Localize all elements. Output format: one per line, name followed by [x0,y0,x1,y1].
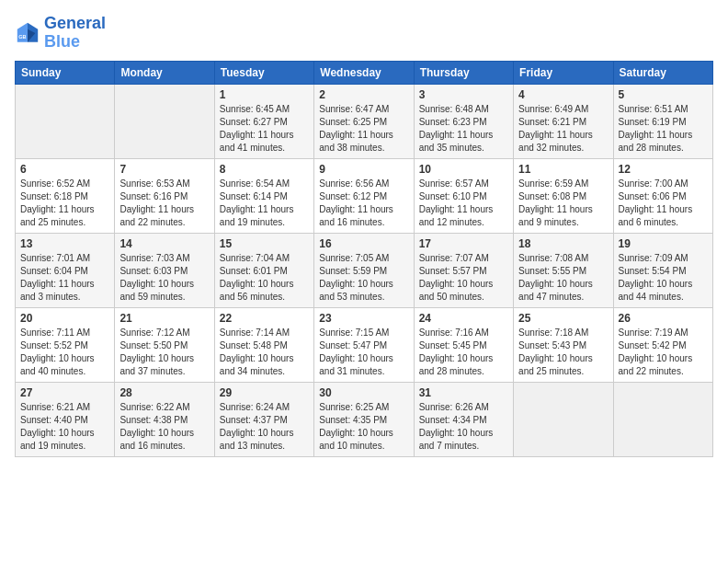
logo-icon: GB [15,20,40,46]
calendar-day-cell: 1Sunrise: 6:45 AM Sunset: 6:27 PM Daylig… [214,84,313,158]
day-number: 21 [119,312,209,325]
day-info: Sunrise: 6:52 AM Sunset: 6:18 PM Dayligh… [20,178,109,229]
calendar-day-cell [514,382,613,456]
day-number: 10 [419,163,508,176]
calendar-day-cell: 24Sunrise: 7:16 AM Sunset: 5:45 PM Dayli… [414,307,513,382]
calendar-day-cell: 19Sunrise: 7:09 AM Sunset: 5:54 PM Dayli… [613,233,712,307]
calendar-day-cell: 11Sunrise: 6:59 AM Sunset: 6:08 PM Dayli… [514,158,613,233]
calendar-day-cell [115,84,214,158]
calendar-day-cell: 23Sunrise: 7:15 AM Sunset: 5:47 PM Dayli… [314,307,414,382]
day-number: 29 [220,386,309,399]
page-header: GB GeneralBlue [15,15,713,52]
day-number: 16 [319,237,408,250]
day-info: Sunrise: 7:03 AM Sunset: 6:03 PM Dayligh… [119,252,209,304]
weekday-header-cell: Saturday [613,61,712,84]
weekday-header-cell: Monday [115,61,214,84]
day-info: Sunrise: 7:05 AM Sunset: 5:59 PM Dayligh… [319,252,408,304]
day-info: Sunrise: 6:56 AM Sunset: 6:12 PM Dayligh… [319,178,408,229]
day-info: Sunrise: 6:54 AM Sunset: 6:14 PM Dayligh… [220,178,309,229]
day-info: Sunrise: 6:53 AM Sunset: 6:16 PM Dayligh… [119,178,209,229]
day-info: Sunrise: 6:51 AM Sunset: 6:19 PM Dayligh… [619,103,708,155]
calendar-day-cell: 10Sunrise: 6:57 AM Sunset: 6:10 PM Dayli… [414,158,513,233]
weekday-header-row: SundayMondayTuesdayWednesdayThursdayFrid… [16,61,713,84]
calendar-week-row: 27Sunrise: 6:21 AM Sunset: 4:40 PM Dayli… [16,382,713,456]
day-number: 11 [518,163,608,176]
day-number: 27 [20,386,109,399]
day-info: Sunrise: 6:59 AM Sunset: 6:08 PM Dayligh… [518,178,608,229]
calendar-day-cell [16,84,115,158]
day-info: Sunrise: 7:07 AM Sunset: 5:57 PM Dayligh… [419,252,508,304]
calendar-week-row: 20Sunrise: 7:11 AM Sunset: 5:52 PM Dayli… [16,307,713,382]
day-number: 17 [419,237,508,250]
day-number: 5 [619,88,708,101]
weekday-header-cell: Thursday [414,61,513,84]
calendar-week-row: 1Sunrise: 6:45 AM Sunset: 6:27 PM Daylig… [16,84,713,158]
calendar-day-cell: 5Sunrise: 6:51 AM Sunset: 6:19 PM Daylig… [613,84,712,158]
day-info: Sunrise: 7:04 AM Sunset: 6:01 PM Dayligh… [220,252,309,304]
calendar-day-cell: 12Sunrise: 7:00 AM Sunset: 6:06 PM Dayli… [613,158,712,233]
calendar-day-cell: 28Sunrise: 6:22 AM Sunset: 4:38 PM Dayli… [115,382,214,456]
calendar-day-cell: 15Sunrise: 7:04 AM Sunset: 6:01 PM Dayli… [214,233,313,307]
day-number: 7 [119,163,209,176]
day-number: 1 [220,88,309,101]
calendar-day-cell: 7Sunrise: 6:53 AM Sunset: 6:16 PM Daylig… [115,158,214,233]
calendar-day-cell: 8Sunrise: 6:54 AM Sunset: 6:14 PM Daylig… [214,158,313,233]
day-info: Sunrise: 6:21 AM Sunset: 4:40 PM Dayligh… [20,401,109,453]
day-info: Sunrise: 6:49 AM Sunset: 6:21 PM Dayligh… [518,103,608,155]
calendar-day-cell: 13Sunrise: 7:01 AM Sunset: 6:04 PM Dayli… [16,233,115,307]
logo: GB GeneralBlue [15,15,106,52]
day-number: 28 [119,386,209,399]
calendar-day-cell: 4Sunrise: 6:49 AM Sunset: 6:21 PM Daylig… [514,84,613,158]
calendar-day-cell: 2Sunrise: 6:47 AM Sunset: 6:25 PM Daylig… [314,84,414,158]
calendar-day-cell: 30Sunrise: 6:25 AM Sunset: 4:35 PM Dayli… [314,382,414,456]
day-info: Sunrise: 6:25 AM Sunset: 4:35 PM Dayligh… [319,401,408,453]
calendar-day-cell: 22Sunrise: 7:14 AM Sunset: 5:48 PM Dayli… [214,307,313,382]
day-info: Sunrise: 7:15 AM Sunset: 5:47 PM Dayligh… [319,327,408,378]
day-info: Sunrise: 7:19 AM Sunset: 5:42 PM Dayligh… [619,327,708,378]
day-number: 20 [20,312,109,325]
day-info: Sunrise: 6:22 AM Sunset: 4:38 PM Dayligh… [119,401,209,453]
calendar-day-cell: 27Sunrise: 6:21 AM Sunset: 4:40 PM Dayli… [16,382,115,456]
day-info: Sunrise: 7:11 AM Sunset: 5:52 PM Dayligh… [20,327,109,378]
day-number: 26 [619,312,708,325]
day-info: Sunrise: 6:47 AM Sunset: 6:25 PM Dayligh… [319,103,408,155]
calendar-day-cell: 3Sunrise: 6:48 AM Sunset: 6:23 PM Daylig… [414,84,513,158]
day-info: Sunrise: 7:12 AM Sunset: 5:50 PM Dayligh… [119,327,209,378]
calendar-day-cell: 9Sunrise: 6:56 AM Sunset: 6:12 PM Daylig… [314,158,414,233]
weekday-header-cell: Friday [514,61,613,84]
day-number: 19 [619,237,708,250]
calendar-day-cell: 20Sunrise: 7:11 AM Sunset: 5:52 PM Dayli… [16,307,115,382]
day-number: 14 [119,237,209,250]
calendar-day-cell: 25Sunrise: 7:18 AM Sunset: 5:43 PM Dayli… [514,307,613,382]
day-number: 8 [220,163,309,176]
weekday-header-cell: Sunday [16,61,115,84]
day-info: Sunrise: 7:09 AM Sunset: 5:54 PM Dayligh… [619,252,708,304]
calendar-day-cell: 16Sunrise: 7:05 AM Sunset: 5:59 PM Dayli… [314,233,414,307]
calendar-table: SundayMondayTuesdayWednesdayThursdayFrid… [15,61,713,457]
day-info: Sunrise: 6:26 AM Sunset: 4:34 PM Dayligh… [419,401,508,453]
calendar-week-row: 13Sunrise: 7:01 AM Sunset: 6:04 PM Dayli… [16,233,713,307]
day-info: Sunrise: 7:18 AM Sunset: 5:43 PM Dayligh… [518,327,608,378]
day-number: 3 [419,88,508,101]
day-number: 4 [518,88,608,101]
day-number: 15 [220,237,309,250]
logo-text: GeneralBlue [44,15,106,52]
day-number: 9 [319,163,408,176]
day-info: Sunrise: 6:24 AM Sunset: 4:37 PM Dayligh… [220,401,309,453]
calendar-day-cell: 18Sunrise: 7:08 AM Sunset: 5:55 PM Dayli… [514,233,613,307]
calendar-day-cell: 21Sunrise: 7:12 AM Sunset: 5:50 PM Dayli… [115,307,214,382]
calendar-day-cell: 14Sunrise: 7:03 AM Sunset: 6:03 PM Dayli… [115,233,214,307]
svg-marker-1 [17,23,28,42]
day-number: 18 [518,237,608,250]
weekday-header-cell: Wednesday [314,61,414,84]
day-info: Sunrise: 7:14 AM Sunset: 5:48 PM Dayligh… [220,327,309,378]
day-number: 12 [619,163,708,176]
calendar-day-cell: 26Sunrise: 7:19 AM Sunset: 5:42 PM Dayli… [613,307,712,382]
calendar-day-cell: 29Sunrise: 6:24 AM Sunset: 4:37 PM Dayli… [214,382,313,456]
calendar-day-cell: 6Sunrise: 6:52 AM Sunset: 6:18 PM Daylig… [16,158,115,233]
calendar-week-row: 6Sunrise: 6:52 AM Sunset: 6:18 PM Daylig… [16,158,713,233]
day-number: 22 [220,312,309,325]
weekday-header-cell: Tuesday [214,61,313,84]
day-info: Sunrise: 7:16 AM Sunset: 5:45 PM Dayligh… [419,327,508,378]
day-number: 24 [419,312,508,325]
